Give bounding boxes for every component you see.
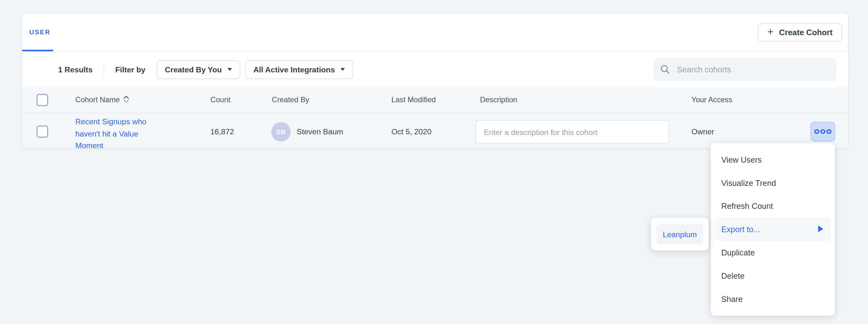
column-header-your-access: Your Access xyxy=(691,87,732,113)
table-header: Cohort Name Count Created By Last Modifi… xyxy=(22,87,848,113)
last-modified-date: Oct 5, 2020 xyxy=(392,113,432,148)
row-checkbox[interactable] xyxy=(36,125,48,138)
caret-down-icon xyxy=(340,68,345,71)
create-cohort-button[interactable]: + Create Cohort xyxy=(758,23,842,41)
cohorts-card: USER + Create Cohort 1 Results Filter by… xyxy=(22,12,849,148)
menu-item-duplicate[interactable]: Duplicate xyxy=(711,241,835,264)
cohorts-page: USER + Create Cohort 1 Results Filter by… xyxy=(0,0,868,324)
tab-user[interactable]: USER xyxy=(22,13,53,51)
plus-icon: + xyxy=(767,27,774,37)
more-options-button[interactable] xyxy=(810,122,835,142)
more-dots-icon xyxy=(827,129,831,134)
menu-item-visualize-trend[interactable]: Visualize Trend xyxy=(711,172,835,195)
integrations-dropdown[interactable]: All Active Integrations xyxy=(245,60,353,79)
create-cohort-label: Create Cohort xyxy=(779,28,833,37)
created-by-dropdown[interactable]: Created By You xyxy=(157,60,240,79)
search-icon xyxy=(660,65,670,74)
filter-bar: 1 Results Filter by Created By You All A… xyxy=(22,51,848,87)
column-header-created-by: Created By xyxy=(272,87,309,113)
caret-down-icon xyxy=(227,68,232,71)
tab-user-label: USER xyxy=(29,29,51,35)
menu-item-refresh-count[interactable]: Refresh Count xyxy=(711,195,835,218)
created-by-dropdown-label: Created By You xyxy=(165,65,222,74)
column-header-count: Count xyxy=(210,87,230,113)
select-all-checkbox[interactable] xyxy=(36,94,48,106)
filter-by-label: Filter by xyxy=(115,65,146,74)
more-dots-icon xyxy=(820,129,825,134)
menu-item-view-users[interactable]: View Users xyxy=(711,148,835,172)
tab-bar: USER + Create Cohort xyxy=(22,13,848,51)
integrations-dropdown-label: All Active Integrations xyxy=(253,65,335,74)
submenu-item-leanplum[interactable]: Leanplum xyxy=(657,224,703,244)
cohort-name-header-label: Cohort Name xyxy=(75,96,120,104)
menu-item-delete[interactable]: Delete xyxy=(711,264,835,288)
context-menu: View Users Visualize Trend Refresh Count… xyxy=(711,143,835,316)
creator-name: Steven Baum xyxy=(297,113,343,148)
sort-icon[interactable] xyxy=(123,88,130,114)
avatar: SB xyxy=(271,122,291,142)
cohort-name-link[interactable]: Recent Signups who haven't hit a Value M… xyxy=(75,116,158,149)
search-box[interactable] xyxy=(654,58,837,81)
submenu-arrow-icon xyxy=(818,225,823,232)
search-input[interactable] xyxy=(676,65,830,75)
menu-item-export-to[interactable]: Export to... xyxy=(715,218,831,241)
column-header-description: Description xyxy=(480,87,518,113)
export-to-label: Export to... xyxy=(721,225,760,234)
access-value: Owner xyxy=(691,113,714,148)
column-header-last-modified: Last Modified xyxy=(392,87,436,113)
cohort-count: 16,872 xyxy=(210,113,234,148)
description-input[interactable] xyxy=(475,120,669,144)
results-count: 1 Results xyxy=(58,65,93,74)
column-header-cohort-name[interactable]: Cohort Name xyxy=(75,87,130,113)
export-submenu: Leanplum xyxy=(651,218,709,251)
vertical-divider xyxy=(104,62,104,77)
menu-item-share[interactable]: Share xyxy=(711,288,835,311)
more-dots-icon xyxy=(814,129,819,134)
